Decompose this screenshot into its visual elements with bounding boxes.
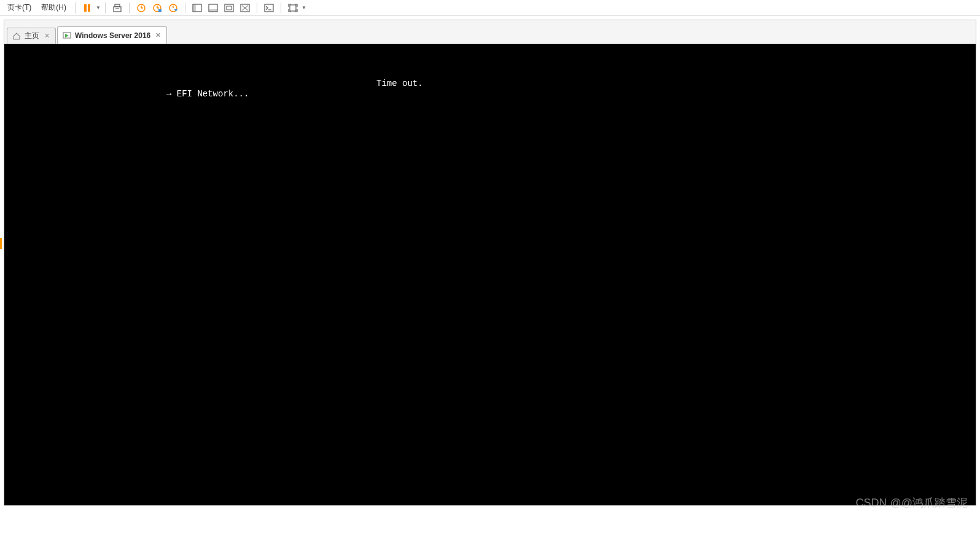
expand-button-group: ▼ [285,1,307,15]
tab-home-close[interactable]: ✕ [43,33,50,40]
clock-history-icon [136,3,146,13]
expand-icon [288,4,298,12]
view-sidebar-button[interactable] [189,1,205,15]
svg-rect-19 [227,6,231,10]
view-fullscreen-icon [224,4,234,12]
svg-rect-3 [114,7,121,12]
view-unity-icon [240,4,250,12]
console-efi-text: → EFI Network... [166,89,249,99]
snapshot-history-button[interactable] [133,1,149,15]
svg-rect-18 [225,4,233,12]
separator [185,2,185,14]
menu-help[interactable]: 帮助(H) [36,0,71,15]
menubar: 页卡(T) 帮助(H) ▼ [0,0,980,16]
vm-icon [63,31,71,40]
pause-button[interactable] [79,1,95,15]
pause-button-group: ▼ [79,1,101,15]
tabbar-container: 主页 ✕ Windows Server 2016 ✕ [4,20,976,44]
pause-dropdown[interactable]: ▼ [95,5,101,10]
console-timeout-text: Time out. [376,79,423,88]
expand-button[interactable] [285,1,301,15]
svg-rect-15 [193,4,196,12]
separator [105,2,106,14]
separator [129,2,130,14]
tab-home-label: 主页 [25,31,39,41]
menu-tabs[interactable]: 页卡(T) [2,0,36,15]
left-edge-marker [0,238,2,249]
view-bottom-button[interactable] [205,1,221,15]
devices-button[interactable] [109,1,125,15]
view-unity-button[interactable] [237,1,253,15]
separator [75,2,76,14]
svg-rect-11 [158,9,161,12]
tab-windows-server-label: Windows Server 2016 [75,31,150,40]
view-bottom-icon [208,4,218,12]
svg-rect-1 [88,4,90,12]
console-button[interactable] [261,1,277,15]
svg-rect-0 [84,4,87,12]
console-icon [264,4,274,12]
snapshot-take-button[interactable] [149,1,165,15]
clock-take-icon [152,3,162,13]
home-icon [12,32,21,41]
tab-windows-server-close[interactable]: ✕ [154,32,161,39]
separator [257,2,257,14]
svg-rect-25 [290,5,296,11]
svg-rect-17 [209,9,217,12]
clock-revert-icon [168,3,178,13]
tabbar: 主页 ✕ Windows Server 2016 ✕ [7,25,973,44]
expand-dropdown[interactable]: ▼ [301,5,307,10]
view-sidebar-icon [192,4,202,12]
tab-home[interactable]: 主页 ✕ [7,28,56,44]
snapshot-revert-button[interactable] [165,1,181,15]
svg-rect-2 [115,4,120,7]
pause-icon [83,4,91,12]
tab-windows-server[interactable]: Windows Server 2016 ✕ [57,26,167,44]
vm-console[interactable]: Time out. → EFI Network... [4,44,976,506]
separator [281,2,281,14]
svg-rect-23 [265,4,273,12]
usb-icon [112,3,122,13]
view-fullscreen-button[interactable] [221,1,237,15]
